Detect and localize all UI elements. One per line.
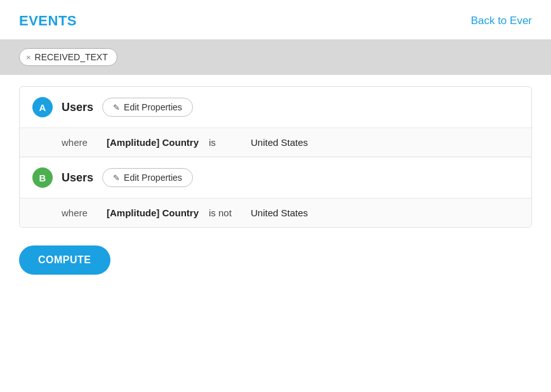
pencil-icon-b: ✎ [113,173,120,183]
header: EVENTS Back to Ever [0,0,551,39]
cohort-label-row-b: B Users ✎ Edit Properties [32,167,519,188]
cohort-badge-b: B [32,167,53,188]
condition-value-a: United States [251,137,308,148]
cohort-block-b: B Users ✎ Edit Properties where [Amplitu… [20,157,531,227]
condition-property-a: [Amplitude] Country [107,137,199,148]
condition-row-a: where [Amplitude] Country is United Stat… [20,128,531,157]
condition-property-b: [Amplitude] Country [107,207,199,218]
cohort-row-b: B Users ✎ Edit Properties [20,157,531,199]
back-link[interactable]: Back to Ever [471,15,532,27]
cohort-section: A Users ✎ Edit Properties where [Amplitu… [19,86,532,228]
condition-where-a: where [62,137,96,148]
filter-tag-close-icon[interactable]: × [26,53,31,62]
cohort-label-row-a: A Users ✎ Edit Properties [32,97,519,117]
page-title: EVENTS [19,13,77,29]
cohort-row-a: A Users ✎ Edit Properties [20,87,531,128]
condition-operator-b: is not [209,207,241,218]
edit-properties-label-b: Edit Properties [124,173,182,183]
edit-properties-label-a: Edit Properties [124,102,182,112]
filter-tag-label: RECEIVED_TEXT [35,52,108,62]
condition-row-b: where [Amplitude] Country is not United … [20,199,531,227]
condition-value-b: United States [251,207,308,218]
compute-button[interactable]: COMPUTE [19,245,110,275]
condition-operator-a: is [209,137,241,148]
cohort-name-a: Users [62,101,93,114]
pencil-icon-a: ✎ [113,103,120,112]
edit-properties-button-b[interactable]: ✎ Edit Properties [102,168,193,187]
compute-section: COMPUTE [0,239,551,294]
cohort-block-a: A Users ✎ Edit Properties where [Amplitu… [20,87,531,157]
cohort-badge-a: A [32,97,53,117]
filter-tag: × RECEIVED_TEXT [19,48,117,66]
condition-where-b: where [62,207,96,218]
edit-properties-button-a[interactable]: ✎ Edit Properties [102,98,193,117]
filter-bar: × RECEIVED_TEXT [0,39,551,75]
cohort-name-b: Users [62,171,93,185]
